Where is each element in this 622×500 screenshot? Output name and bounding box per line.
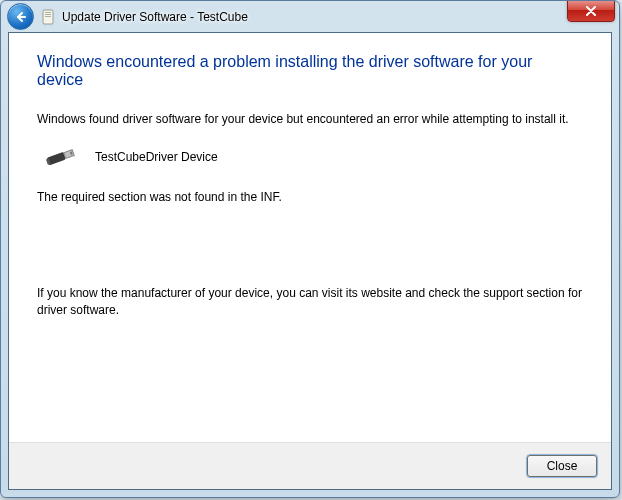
close-window-button[interactable]: [567, 0, 615, 22]
intro-text: Windows found driver software for your d…: [37, 111, 583, 127]
back-arrow-icon: [14, 10, 28, 24]
update-driver-dialog: Update Driver Software - TestCube Window…: [0, 0, 620, 498]
error-heading: Windows encountered a problem installing…: [37, 53, 583, 89]
close-button[interactable]: Close: [527, 455, 597, 477]
hint-text: If you know the manufacturer of your dev…: [37, 285, 583, 317]
device-row: TestCubeDriver Device: [37, 145, 583, 169]
window-title: Update Driver Software - TestCube: [62, 10, 248, 24]
content: Windows encountered a problem installing…: [9, 33, 611, 318]
close-icon: [585, 6, 597, 16]
svg-rect-3: [45, 14, 51, 15]
content-frame: Windows encountered a problem installing…: [8, 32, 612, 490]
device-name: TestCubeDriver Device: [95, 150, 218, 164]
dialog-footer: Close: [9, 442, 611, 489]
back-button[interactable]: [7, 3, 34, 30]
window-icon: [40, 9, 56, 25]
error-message: The required section was not found in th…: [37, 189, 583, 205]
svg-rect-2: [45, 12, 51, 13]
titlebar[interactable]: Update Driver Software - TestCube: [1, 1, 619, 32]
usb-device-icon: [37, 145, 85, 169]
spacer: [37, 223, 583, 285]
svg-rect-4: [45, 16, 51, 17]
